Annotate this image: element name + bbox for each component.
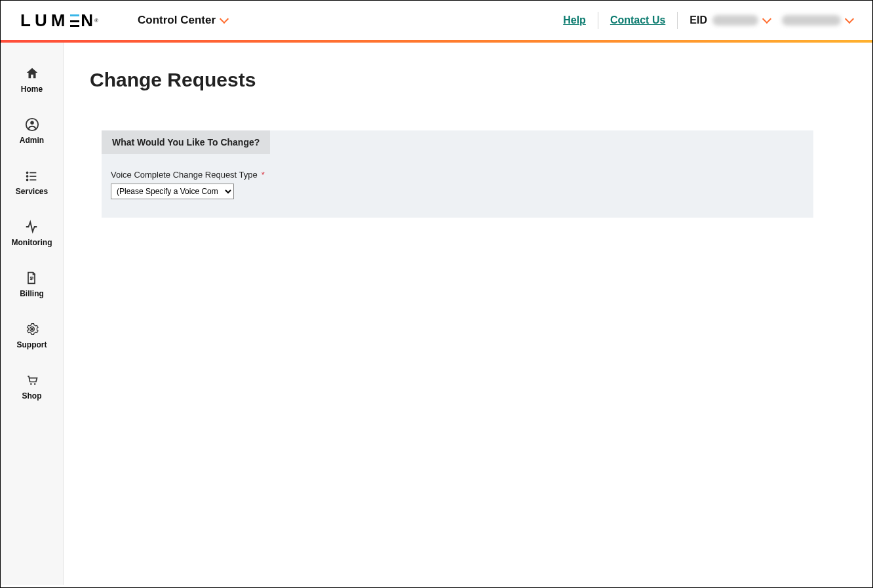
change-request-type-select[interactable]: (Please Specify a Voice Com [111, 184, 234, 199]
eid-dropdown[interactable]: EID [689, 14, 770, 26]
field-label: Voice Complete Change Request Type * [111, 170, 804, 180]
sidebar-item-home[interactable]: Home [21, 66, 43, 94]
sidebar-item-label: Home [21, 85, 43, 94]
change-panel: What Would You Like To Change? Voice Com… [102, 130, 813, 218]
panel-tab-header: What Would You Like To Change? [102, 130, 270, 154]
svg-point-13 [33, 383, 35, 385]
svg-rect-10 [31, 279, 33, 279]
eid-value-redacted [712, 15, 758, 26]
sidebar-item-billing[interactable]: $ Billing [20, 271, 44, 298]
required-asterisk: * [262, 170, 265, 180]
sidebar-item-label: Support [17, 340, 47, 349]
sidebar: Home Admin Services Monitoring $ Billing [1, 43, 64, 585]
lumen-logo[interactable]: LUMN® [20, 10, 98, 31]
chevron-down-icon [220, 14, 229, 24]
main-wrap: Home Admin Services Monitoring $ Billing [1, 43, 872, 585]
svg-point-11 [30, 328, 33, 330]
sidebar-item-shop[interactable]: Shop [22, 373, 42, 401]
sidebar-item-label: Services [16, 187, 48, 196]
list-icon [24, 168, 39, 183]
svg-rect-7 [30, 180, 37, 181]
invoice-icon: $ [24, 271, 39, 285]
gear-icon [25, 322, 39, 336]
cart-icon [25, 373, 39, 387]
eid-label: EID [689, 14, 707, 26]
svg-rect-9 [31, 277, 33, 277]
activity-icon [24, 220, 39, 234]
svg-rect-3 [30, 172, 37, 174]
divider [677, 12, 678, 29]
user-dropdown[interactable] [782, 15, 853, 26]
field-label-text: Voice Complete Change Request Type [111, 170, 258, 180]
chevron-down-icon [845, 14, 854, 24]
svg-point-12 [30, 383, 32, 385]
sidebar-item-admin[interactable]: Admin [20, 117, 44, 145]
svg-point-4 [26, 175, 29, 178]
header-right: Help Contact Us EID [563, 12, 853, 29]
home-icon [25, 66, 39, 81]
sidebar-item-monitoring[interactable]: Monitoring [12, 220, 52, 247]
sidebar-item-label: Admin [20, 136, 44, 145]
svg-rect-5 [30, 176, 37, 177]
svg-point-2 [26, 172, 29, 174]
page-title: Change Requests [90, 69, 846, 91]
sidebar-item-label: Monitoring [12, 238, 52, 247]
help-link[interactable]: Help [563, 14, 586, 26]
panel-body: Voice Complete Change Request Type * (Pl… [102, 154, 813, 218]
header-left: LUMN® Control Center [20, 10, 227, 31]
sidebar-item-support[interactable]: Support [17, 322, 47, 349]
divider [598, 12, 598, 29]
svg-point-6 [26, 179, 29, 182]
sidebar-item-label: Billing [20, 289, 44, 298]
user-icon [25, 117, 39, 132]
app-name-label: Control Center [138, 14, 216, 27]
top-header: LUMN® Control Center Help Contact Us EID [1, 1, 872, 43]
control-center-dropdown[interactable]: Control Center [138, 14, 227, 27]
contact-us-link[interactable]: Contact Us [610, 14, 665, 26]
user-name-redacted [782, 15, 841, 26]
main-content: Change Requests What Would You Like To C… [64, 43, 872, 585]
svg-point-1 [30, 121, 34, 125]
chevron-down-icon [762, 14, 771, 24]
sidebar-item-label: Shop [22, 391, 42, 401]
sidebar-item-services[interactable]: Services [16, 168, 48, 196]
